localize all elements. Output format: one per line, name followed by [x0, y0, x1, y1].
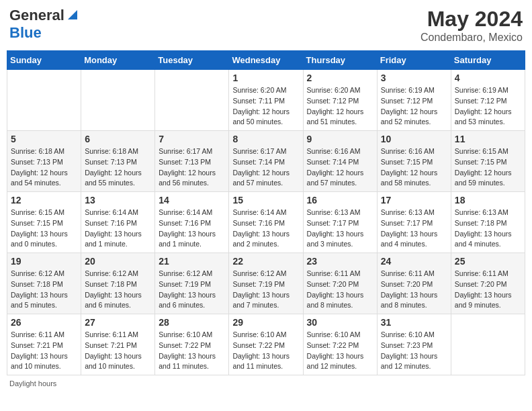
day-detail: Sunrise: 6:12 AM Sunset: 7:19 PM Dayligh…	[232, 269, 299, 311]
day-detail: Sunrise: 6:20 AM Sunset: 7:12 PM Dayligh…	[307, 85, 373, 128]
day-detail: Sunrise: 6:10 AM Sunset: 7:22 PM Dayligh…	[307, 330, 373, 372]
day-number: 16	[307, 195, 373, 205]
day-number: 20	[85, 256, 151, 267]
day-detail: Sunrise: 6:16 AM Sunset: 7:14 PM Dayligh…	[307, 146, 373, 189]
calendar-cell	[451, 314, 525, 375]
day-number: 23	[307, 256, 373, 267]
day-number: 19	[11, 256, 77, 267]
calendar-cell: 3Sunrise: 6:19 AM Sunset: 7:12 PM Daylig…	[377, 70, 451, 131]
location-subtitle: Condembaro, Mexico	[420, 32, 523, 44]
calendar-cell: 31Sunrise: 6:10 AM Sunset: 7:23 PM Dayli…	[377, 314, 451, 375]
calendar-cell	[155, 70, 229, 131]
day-detail: Sunrise: 6:14 AM Sunset: 7:16 PM Dayligh…	[85, 208, 151, 250]
day-detail: Sunrise: 6:10 AM Sunset: 7:22 PM Dayligh…	[232, 330, 299, 372]
day-detail: Sunrise: 6:17 AM Sunset: 7:14 PM Dayligh…	[232, 146, 299, 189]
calendar-cell: 1Sunrise: 6:20 AM Sunset: 7:11 PM Daylig…	[229, 70, 303, 131]
calendar-cell	[7, 70, 81, 131]
day-number: 2	[307, 73, 373, 83]
day-detail: Sunrise: 6:11 AM Sunset: 7:20 PM Dayligh…	[381, 269, 447, 311]
day-detail: Sunrise: 6:14 AM Sunset: 7:16 PM Dayligh…	[159, 208, 225, 250]
calendar-cell: 18Sunrise: 6:13 AM Sunset: 7:18 PM Dayli…	[451, 192, 525, 253]
calendar-week-row: 26Sunrise: 6:11 AM Sunset: 7:21 PM Dayli…	[7, 314, 525, 375]
logo-blue-text: Blue	[9, 24, 42, 41]
calendar-cell: 9Sunrise: 6:16 AM Sunset: 7:14 PM Daylig…	[303, 131, 377, 192]
day-detail: Sunrise: 6:15 AM Sunset: 7:15 PM Dayligh…	[11, 208, 77, 250]
title-area: May 2024 Condembaro, Mexico	[420, 7, 523, 44]
calendar-cell: 16Sunrise: 6:13 AM Sunset: 7:17 PM Dayli…	[303, 192, 377, 253]
footer: Daylight hours	[7, 379, 525, 387]
calendar-cell: 4Sunrise: 6:19 AM Sunset: 7:12 PM Daylig…	[451, 70, 525, 131]
day-number: 22	[232, 256, 299, 267]
day-detail: Sunrise: 6:10 AM Sunset: 7:22 PM Dayligh…	[159, 330, 225, 372]
month-year-title: May 2024	[420, 7, 523, 32]
day-number: 9	[307, 134, 373, 144]
day-detail: Sunrise: 6:11 AM Sunset: 7:20 PM Dayligh…	[455, 269, 521, 311]
day-number: 18	[455, 195, 521, 205]
calendar-header-row: Sunday Monday Tuesday Wednesday Thursday…	[7, 51, 525, 70]
day-number: 29	[232, 317, 299, 328]
day-number: 5	[11, 134, 77, 144]
calendar-cell: 22Sunrise: 6:12 AM Sunset: 7:19 PM Dayli…	[229, 253, 303, 314]
calendar-cell: 24Sunrise: 6:11 AM Sunset: 7:20 PM Dayli…	[377, 253, 451, 314]
calendar-cell: 10Sunrise: 6:16 AM Sunset: 7:15 PM Dayli…	[377, 131, 451, 192]
day-detail: Sunrise: 6:11 AM Sunset: 7:21 PM Dayligh…	[11, 330, 77, 372]
day-number: 15	[232, 195, 299, 205]
logo: General Blue	[9, 7, 79, 42]
calendar-week-row: 5Sunrise: 6:18 AM Sunset: 7:13 PM Daylig…	[7, 131, 525, 192]
col-sunday: Sunday	[7, 51, 81, 70]
calendar-week-row: 1Sunrise: 6:20 AM Sunset: 7:11 PM Daylig…	[7, 70, 525, 131]
col-thursday: Thursday	[303, 51, 377, 70]
calendar-week-row: 12Sunrise: 6:15 AM Sunset: 7:15 PM Dayli…	[7, 192, 525, 253]
day-number: 13	[85, 195, 151, 205]
daylight-hours-label: Daylight hours	[9, 379, 56, 387]
day-number: 27	[85, 317, 151, 328]
day-detail: Sunrise: 6:14 AM Sunset: 7:16 PM Dayligh…	[232, 208, 299, 250]
calendar-cell: 29Sunrise: 6:10 AM Sunset: 7:22 PM Dayli…	[229, 314, 303, 375]
calendar-cell: 17Sunrise: 6:13 AM Sunset: 7:17 PM Dayli…	[377, 192, 451, 253]
day-number: 24	[381, 256, 447, 267]
col-monday: Monday	[81, 51, 155, 70]
day-detail: Sunrise: 6:13 AM Sunset: 7:17 PM Dayligh…	[381, 208, 447, 250]
calendar-cell: 20Sunrise: 6:12 AM Sunset: 7:18 PM Dayli…	[81, 253, 155, 314]
day-number: 28	[159, 317, 225, 328]
day-detail: Sunrise: 6:12 AM Sunset: 7:18 PM Dayligh…	[85, 269, 151, 311]
calendar-table: Sunday Monday Tuesday Wednesday Thursday…	[7, 50, 525, 375]
day-number: 30	[307, 317, 373, 328]
day-number: 26	[11, 317, 77, 328]
calendar-cell: 8Sunrise: 6:17 AM Sunset: 7:14 PM Daylig…	[229, 131, 303, 192]
day-number: 25	[455, 256, 521, 267]
calendar-cell: 7Sunrise: 6:17 AM Sunset: 7:13 PM Daylig…	[155, 131, 229, 192]
col-tuesday: Tuesday	[155, 51, 229, 70]
calendar-cell	[81, 70, 155, 131]
calendar-week-row: 19Sunrise: 6:12 AM Sunset: 7:18 PM Dayli…	[7, 253, 525, 314]
day-number: 14	[159, 195, 225, 205]
day-number: 6	[85, 134, 151, 144]
calendar-cell: 19Sunrise: 6:12 AM Sunset: 7:18 PM Dayli…	[7, 253, 81, 314]
day-detail: Sunrise: 6:11 AM Sunset: 7:21 PM Dayligh…	[85, 330, 151, 372]
calendar-cell: 23Sunrise: 6:11 AM Sunset: 7:20 PM Dayli…	[303, 253, 377, 314]
day-number: 10	[381, 134, 447, 144]
calendar-cell: 25Sunrise: 6:11 AM Sunset: 7:20 PM Dayli…	[451, 253, 525, 314]
day-detail: Sunrise: 6:16 AM Sunset: 7:15 PM Dayligh…	[381, 146, 447, 189]
calendar-cell: 15Sunrise: 6:14 AM Sunset: 7:16 PM Dayli…	[229, 192, 303, 253]
day-detail: Sunrise: 6:20 AM Sunset: 7:11 PM Dayligh…	[232, 85, 299, 128]
calendar-cell: 2Sunrise: 6:20 AM Sunset: 7:12 PM Daylig…	[303, 70, 377, 131]
calendar-cell: 27Sunrise: 6:11 AM Sunset: 7:21 PM Dayli…	[81, 314, 155, 375]
day-detail: Sunrise: 6:18 AM Sunset: 7:13 PM Dayligh…	[85, 146, 151, 189]
calendar-cell: 14Sunrise: 6:14 AM Sunset: 7:16 PM Dayli…	[155, 192, 229, 253]
day-detail: Sunrise: 6:15 AM Sunset: 7:15 PM Dayligh…	[455, 146, 521, 189]
svg-marker-0	[68, 10, 77, 19]
calendar-cell: 21Sunrise: 6:12 AM Sunset: 7:19 PM Dayli…	[155, 253, 229, 314]
day-detail: Sunrise: 6:12 AM Sunset: 7:19 PM Dayligh…	[159, 269, 225, 311]
day-number: 1	[232, 73, 299, 83]
day-detail: Sunrise: 6:17 AM Sunset: 7:13 PM Dayligh…	[159, 146, 225, 189]
col-wednesday: Wednesday	[229, 51, 303, 70]
calendar-cell: 13Sunrise: 6:14 AM Sunset: 7:16 PM Dayli…	[81, 192, 155, 253]
day-detail: Sunrise: 6:11 AM Sunset: 7:20 PM Dayligh…	[307, 269, 373, 311]
calendar-cell: 26Sunrise: 6:11 AM Sunset: 7:21 PM Dayli…	[7, 314, 81, 375]
col-saturday: Saturday	[451, 51, 525, 70]
page-header: General Blue May 2024 Condembaro, Mexico	[7, 7, 525, 44]
day-detail: Sunrise: 6:19 AM Sunset: 7:12 PM Dayligh…	[381, 85, 447, 128]
day-detail: Sunrise: 6:12 AM Sunset: 7:18 PM Dayligh…	[11, 269, 77, 311]
day-number: 11	[455, 134, 521, 144]
